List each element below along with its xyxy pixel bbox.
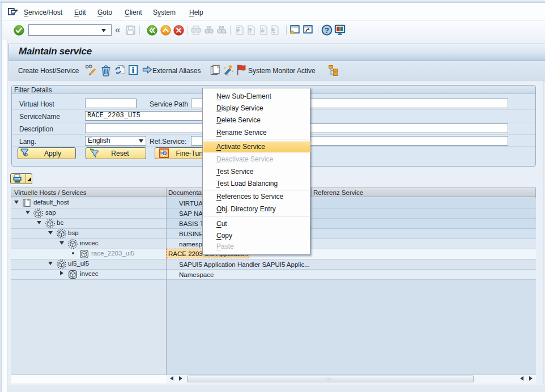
svg-text:?: ? bbox=[325, 26, 329, 35]
